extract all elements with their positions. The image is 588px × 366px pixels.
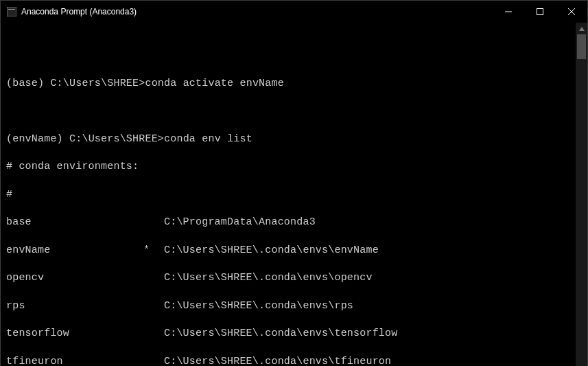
- scroll-track[interactable]: [576, 34, 587, 366]
- svg-rect-1: [8, 9, 15, 10]
- env-path: C:\Users\SHREE\.conda\envs\envName: [164, 244, 379, 258]
- env-active-marker: [143, 216, 164, 229]
- command-text: conda env list: [164, 133, 252, 145]
- env-list-header: # conda environments:: [6, 160, 570, 174]
- svg-rect-0: [7, 7, 16, 16]
- env-row: tfineuron C:\Users\SHREE\.conda\envs\tfi…: [6, 355, 570, 366]
- env-name: rps: [6, 299, 143, 313]
- terminal-area: (base) C:\Users\SHREE>conda activate env…: [1, 23, 587, 366]
- terminal-window: Anaconda Prompt (Anaconda3) (base) C:\Us…: [0, 0, 588, 366]
- scroll-up-arrow-icon[interactable]: [576, 23, 587, 34]
- env-path: C:\Users\SHREE\.conda\envs\tensorflow: [164, 327, 397, 341]
- env-path: C:\Users\SHREE\.conda\envs\rps: [164, 299, 353, 313]
- env-name: base: [6, 216, 143, 229]
- app-icon: [6, 6, 17, 17]
- prompt-env: (envName): [6, 133, 63, 145]
- env-active-marker: [143, 299, 164, 313]
- env-row: tensorflow C:\Users\SHREE\.conda\envs\te…: [6, 327, 570, 341]
- env-path: C:\ProgramData\Anaconda3: [164, 216, 316, 229]
- scroll-thumb[interactable]: [577, 34, 586, 59]
- prompt-path: C:\Users\SHREE>: [50, 78, 145, 89]
- env-active-marker: [143, 355, 164, 366]
- env-row: base C:\ProgramData\Anaconda3: [6, 216, 570, 229]
- env-list-header-hash: #: [6, 188, 570, 202]
- env-name: tfineuron: [6, 355, 143, 366]
- env-name: envName: [6, 244, 143, 258]
- titlebar[interactable]: Anaconda Prompt (Anaconda3): [1, 1, 587, 23]
- prompt-path: C:\Users\SHREE>: [69, 133, 164, 145]
- env-row: envName*C:\Users\SHREE\.conda\envs\envNa…: [6, 244, 570, 258]
- terminal-content[interactable]: (base) C:\Users\SHREE>conda activate env…: [1, 23, 576, 366]
- maximize-button[interactable]: [524, 1, 556, 23]
- env-active-marker: [143, 327, 164, 341]
- env-path: C:\Users\SHREE\.conda\envs\tfineuron: [164, 355, 391, 366]
- env-active-marker: [143, 271, 164, 285]
- env-name: opencv: [6, 271, 143, 285]
- env-row: opencv C:\Users\SHREE\.conda\envs\opencv: [6, 271, 570, 285]
- close-button[interactable]: [556, 1, 587, 23]
- env-path: C:\Users\SHREE\.conda\envs\opencv: [164, 271, 373, 285]
- env-name: tensorflow: [6, 327, 143, 341]
- vertical-scrollbar[interactable]: [576, 23, 587, 366]
- env-row: rps C:\Users\SHREE\.conda\envs\rps: [6, 299, 570, 313]
- prompt-env: (base): [6, 78, 44, 89]
- env-active-marker: *: [143, 244, 164, 258]
- svg-rect-3: [537, 9, 543, 15]
- window-title: Anaconda Prompt (Anaconda3): [21, 7, 137, 16]
- minimize-button[interactable]: [493, 1, 524, 23]
- command-text: conda activate envName: [145, 78, 283, 89]
